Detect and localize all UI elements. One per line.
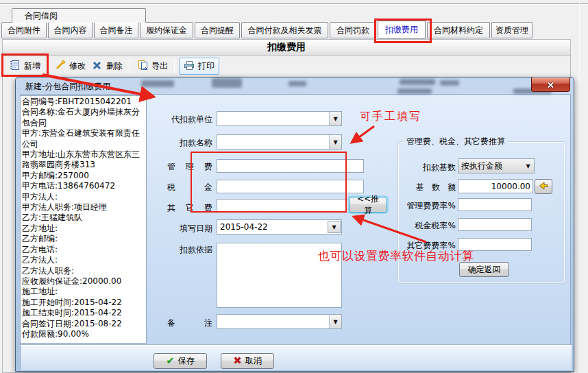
remark-combobox[interactable]: ▼ — [217, 314, 342, 329]
tab-contract-content[interactable]: 合同内容 — [48, 22, 93, 38]
contract-info-line: 施工开始时间:2015-04-22 — [22, 298, 145, 308]
new-withholding-fee-dialog: 新建-分包合同扣缴费用 合同编号:FBHT2015042201合同名称:金石大厦… — [15, 77, 574, 372]
cancel-x-icon: ✖ — [233, 356, 242, 366]
modify-button-label: 修改 — [69, 60, 86, 72]
tab-contract-penalty[interactable]: 合同罚款 — [330, 22, 376, 38]
chevron-down-icon[interactable]: ▼ — [329, 135, 341, 149]
contract-info-line: 合同编号:FBHT2015042201 — [22, 97, 145, 107]
toolbar-separator — [129, 59, 130, 73]
calc-button[interactable]: <<推算 — [349, 197, 387, 213]
contract-info-line: 甲方法人: — [22, 192, 145, 202]
cancel-button[interactable]: ✖ 取消 — [221, 353, 274, 369]
chevron-down-icon[interactable]: ▼ — [522, 159, 534, 173]
export-button[interactable]: 导出 — [133, 58, 172, 75]
fill-date-picker[interactable]: 2015-04-22 ▼ — [217, 219, 342, 234]
right-edge-divider — [579, 0, 580, 373]
glass-blur-artifact — [400, 79, 435, 85]
calc-panel-title: 管理费、税金、其它费推算 — [404, 136, 508, 147]
print-button-label: 打印 — [198, 60, 215, 72]
save-button-label: 保存 — [178, 355, 195, 367]
annotation-text-auto: 也可以设置费率软件自动计算 — [318, 248, 474, 264]
withhold-unit-combobox[interactable]: ▼ — [217, 111, 342, 126]
toolbar-separator — [174, 59, 175, 73]
fill-date-value: 2015-04-22 — [217, 220, 327, 234]
glass-blur-artifact — [440, 80, 459, 86]
contract-info-line: 合同签订日期:2015-08-22 — [22, 319, 145, 329]
combo-value — [217, 315, 329, 328]
withhold-unit-label: 代扣款单位 — [167, 114, 212, 125]
tab-contract-borrow[interactable]: 合同借阅 — [12, 8, 146, 23]
annotation-text-manual: 可手工填写 — [360, 110, 421, 124]
deduction-name-combobox[interactable]: ▼ — [217, 134, 342, 149]
app-window: 合同借阅 合同附件 合同内容 合同备注 履约保证金 合同提醒 合同付款及相关发票… — [0, 0, 588, 373]
hand-pointer-icon — [539, 182, 548, 192]
tab-contract-reminder[interactable]: 合同提醒 — [195, 22, 240, 38]
glass-blur-artifact — [141, 80, 174, 87]
chevron-down-icon[interactable]: ▼ — [328, 221, 341, 233]
dialog-title[interactable]: 新建-分包合同扣缴费用 — [25, 81, 110, 93]
modify-button[interactable]: 修改 — [51, 58, 90, 75]
annotation-rect-new-button — [1, 53, 49, 77]
export-button-label: 导出 — [151, 60, 168, 72]
tab-contract-notes[interactable]: 合同备注 — [94, 22, 138, 38]
window-top-divider — [0, 3, 588, 5]
close-icon — [547, 78, 554, 91]
cancel-button-label: 取消 — [245, 355, 262, 367]
contract-info-line: 施工结束时间:2015-04-22 — [22, 308, 145, 318]
deduction-base-label: 扣款基数 — [404, 162, 456, 173]
save-button[interactable]: ✔ 保存 — [154, 353, 207, 369]
deduction-base-combobox[interactable]: 按执行金额 ▼ — [458, 158, 535, 173]
magic-wand-icon — [55, 60, 66, 73]
contract-info-line: 付款限额:90.00% — [22, 329, 145, 339]
close-button[interactable] — [531, 77, 570, 92]
management-rate-label: 管理费费率% — [404, 200, 456, 212]
delete-x-icon — [92, 60, 103, 73]
contract-info-line: 乙方邮编: — [22, 234, 145, 244]
chevron-down-icon[interactable]: ▼ — [329, 112, 341, 125]
contract-info-panel: 合同编号:FBHT2015042201合同名称:金石大厦内外墙抹灰分包合同甲方:… — [20, 95, 147, 344]
base-amount-label: 基数额 — [416, 182, 456, 193]
delete-button[interactable]: 删除 — [88, 58, 127, 75]
glass-blur-artifact — [212, 78, 242, 88]
contract-info-line: 施工地址: — [22, 287, 145, 297]
tab-contract-payment-invoices[interactable]: 合同付款及相关发票 — [241, 22, 328, 38]
combo-value: 按执行金额 — [458, 159, 522, 173]
contract-info-line: 乙方法人: — [22, 255, 145, 265]
contract-info-line: 乙方电话: — [22, 245, 145, 255]
tab-qualification-management[interactable]: 资质管理 — [491, 22, 532, 38]
contract-info-line: 乙方地址: — [22, 224, 145, 234]
export-pages-icon — [137, 60, 148, 73]
chevron-down-icon[interactable]: ▼ — [329, 315, 341, 328]
contract-info-line: 乙方法人职务: — [22, 266, 145, 276]
tab-contract-materials[interactable]: 合同材料约定 — [427, 22, 490, 38]
deduction-basis-label: 扣款依据 — [167, 244, 212, 256]
confirm-return-button[interactable]: 确定返回 — [459, 262, 509, 277]
printer-icon — [184, 60, 195, 73]
page-title: 扣缴费用 — [2, 41, 571, 53]
tax-rate-label: 税金税率% — [404, 220, 456, 232]
base-amount-input[interactable] — [458, 179, 533, 193]
contract-info-line: 合同名称:金石大厦内外墙抹灰分包合同 — [22, 107, 145, 128]
contract-info-line: 甲方邮编:257000 — [22, 171, 145, 181]
glass-blur-artifact — [289, 81, 306, 86]
print-button[interactable]: 打印 — [179, 58, 219, 75]
fill-date-label: 填写日期 — [167, 223, 212, 234]
remark-label: 备注 — [167, 317, 212, 329]
save-check-icon: ✔ — [166, 356, 175, 366]
delete-button-label: 删除 — [106, 60, 123, 72]
annotation-rect-withholding-tab — [374, 19, 432, 43]
tax-rate-input[interactable] — [458, 218, 532, 231]
tab-contract-attachments[interactable]: 合同附件 — [1, 22, 47, 38]
contract-info-line: 甲方:东营金石建筑安装有限责任公司 — [22, 128, 145, 149]
tab-performance-bond[interactable]: 履约保证金 — [140, 22, 193, 38]
contract-info-line: 甲方电话:13864760472 — [22, 181, 145, 191]
dialog-footer: ✔ 保存 ✖ 取消 — [21, 344, 572, 370]
base-amount-picker-button[interactable] — [535, 179, 552, 194]
contract-info-line: 甲方地址:山东东营市东营区东三路翡翠园商务楼313 — [22, 149, 145, 171]
combo-value — [217, 112, 329, 125]
combo-value — [217, 135, 329, 149]
contract-info-line: 乙方:王猛建筑队 — [22, 213, 145, 223]
dialog-client-area: 合同编号:FBHT2015042201合同名称:金石大厦内外墙抹灰分包合同甲方:… — [20, 94, 571, 370]
annotation-rect-fee-inputs — [191, 152, 347, 213]
management-rate-input[interactable] — [458, 198, 532, 211]
